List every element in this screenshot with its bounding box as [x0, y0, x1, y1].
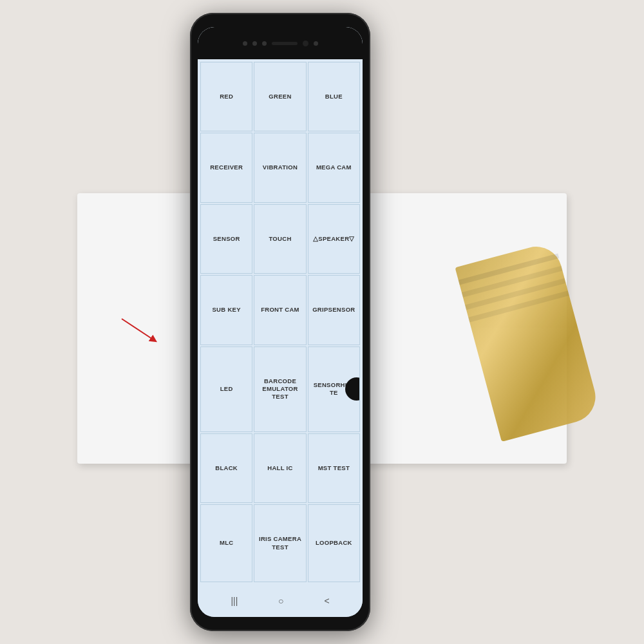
grid-item-mlc[interactable]: MLC [200, 504, 252, 582]
grid-item-led[interactable]: LED [200, 346, 252, 432]
front-camera-dot [303, 41, 308, 46]
grid-item-mst_test[interactable]: MST TEST [308, 433, 360, 503]
phone-top-bar [198, 27, 363, 59]
grid-item-hall_ic[interactable]: HALL IC [254, 433, 306, 503]
grid-item-mega_cam[interactable]: MEGA CAM [308, 133, 360, 202]
black-circle-overlay [345, 377, 360, 401]
sensor-dot-3 [262, 41, 267, 46]
grid-item-front_cam[interactable]: FRONT CAM [254, 275, 306, 345]
phone-screen: REDGREENBLUERECEIVERVIBRATIONMEGA CAMSEN… [198, 27, 363, 617]
test-grid: REDGREENBLUERECEIVERVIBRATIONMEGA CAMSEN… [200, 62, 360, 582]
grid-item-black[interactable]: BLACK [200, 433, 252, 503]
phone-nav-bar: ||| ○ < [198, 585, 363, 617]
grid-item-loopback[interactable]: LOOPBACK [308, 504, 360, 582]
top-speaker [272, 42, 298, 45]
grid-item-red[interactable]: RED [200, 62, 252, 131]
sensor-dot-4 [314, 41, 318, 46]
grid-item-blue[interactable]: BLUE [308, 62, 360, 131]
home-icon[interactable]: ○ [278, 596, 283, 606]
grid-item-gripsensor[interactable]: GRIPSENSOR [308, 275, 360, 345]
grid-item-green[interactable]: GREEN [254, 62, 306, 131]
grid-item-speaker[interactable]: △SPEAKER▽ [308, 204, 360, 274]
grid-item-sensorhub[interactable]: SENSORHUB TE [308, 346, 360, 432]
sensor-dot-1 [243, 41, 247, 46]
grid-content: REDGREENBLUERECEIVERVIBRATIONMEGA CAMSEN… [198, 59, 363, 585]
scene: REDGREENBLUERECEIVERVIBRATIONMEGA CAMSEN… [0, 0, 644, 644]
grid-item-receiver[interactable]: RECEIVER [200, 133, 252, 202]
grid-item-sensor[interactable]: SENSOR [200, 204, 252, 274]
grid-item-barcode_emulator[interactable]: BARCODE EMULATOR TEST [254, 346, 306, 432]
back-icon[interactable]: < [324, 596, 329, 606]
recent-apps-icon[interactable]: ||| [231, 596, 238, 606]
sensor-dot-2 [252, 41, 257, 46]
grid-item-iris_camera[interactable]: IRIS CAMERA TEST [254, 504, 306, 582]
grid-item-sub_key[interactable]: SUB KEY [200, 275, 252, 345]
phone-body: REDGREENBLUERECEIVERVIBRATIONMEGA CAMSEN… [190, 13, 370, 631]
grid-item-vibration[interactable]: VIBRATION [254, 133, 306, 202]
grid-item-touch[interactable]: TOUCH [254, 204, 306, 274]
